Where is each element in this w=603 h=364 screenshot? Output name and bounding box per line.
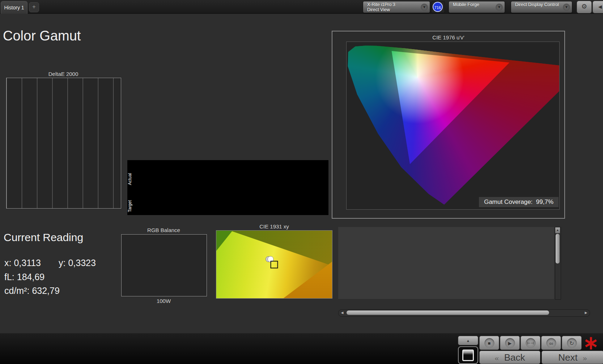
rgb-balance-x-label: 100W [121,298,206,304]
scroll-left-icon[interactable]: ◀ [339,310,345,315]
rgb-balance-chart: RGB Balance 100W [109,227,210,305]
table-horizontal-scrollbar[interactable]: ◀ ▶ [338,309,590,317]
table-vertical-scrollbar[interactable]: ▲ [555,227,561,300]
gamut-coverage-value: 99,7% [536,198,553,205]
cie1976-x-axis [346,210,559,217]
meter-id-frame: 716 [431,1,445,13]
pattern-window-icon [462,350,474,361]
meter-id-badge[interactable]: 716 [433,2,443,12]
unsaved-indicator-asterisk: ∗ [583,332,599,354]
step-measure-button[interactable]: ⊢⊣ [521,336,540,350]
page-title: Color Gamut [3,28,81,44]
tab-history-1[interactable]: History 1 [1,1,27,14]
collapse-panel-button[interactable]: ◀ [593,1,603,13]
continuous-measure-button[interactable]: ∞ [541,336,561,350]
meter-line1: X-Rite i1Pro 3 [367,2,395,7]
double-chevron-left-icon: « [495,354,499,362]
target-row-label: Target [127,193,133,219]
cie1931-diagram [216,230,332,299]
deltae-chart-title: DeltaE 2000 [6,71,120,77]
cie1976-panel: CIE 1976 u'v' Gamut Coverage: 99,7% [332,31,565,219]
reading-y: y: 0,3323 [59,258,96,268]
top-bar: History 1 + X-Rite i1Pro 3Direct View ▼ … [0,0,603,14]
cie1931-panel: CIE 1931 xy [216,223,332,299]
display-control-status-stripe [512,2,513,12]
meter-status-stripe [364,2,365,12]
app-window: History 1 + X-Rite i1Pro 3Direct View ▼ … [0,0,603,364]
chevron-up-icon: ▲ [466,339,470,343]
double-chevron-right-icon: » [583,354,587,362]
display-control-dropdown[interactable]: Direct Display Control ▼ [511,1,572,13]
pattern-window-button[interactable] [458,346,478,364]
cie1931-title: CIE 1931 xy [216,223,332,230]
actual-row-label: Actual [127,165,133,193]
chevron-down-icon[interactable]: ▼ [421,4,428,11]
step-measure-icon: ⊢⊣ [526,338,535,348]
settings-gear-button[interactable]: ⚙ [577,1,592,13]
meter-line2: Direct View [367,7,390,12]
stop-button[interactable]: ■ [479,336,499,350]
chevron-down-icon[interactable]: ▼ [496,4,503,11]
display-control-label: Direct Display Control [515,2,559,7]
horizontal-scroll-thumb[interactable] [347,311,549,315]
meter-dropdown[interactable]: X-Rite i1Pro 3Direct View ▼ [363,1,430,13]
scroll-right-icon[interactable]: ▶ [583,310,589,315]
vertical-scroll-thumb[interactable] [556,234,560,264]
play-icon: ▶ [505,338,515,348]
play-button[interactable]: ▶ [500,336,520,350]
cie1976-y-axis [332,42,345,209]
source-label: Mobile Forge [453,2,479,7]
deltae-chart [6,78,121,209]
refresh-button[interactable]: ↻ [562,336,582,350]
current-reading-heading: Current Reading [4,231,83,244]
cie1976-title: CIE 1976 u'v' [332,34,564,40]
deltae-x-axis [6,209,120,214]
scroll-up-icon[interactable]: ▲ [555,227,560,233]
pattern-window-up-button[interactable]: ▲ [458,336,478,345]
source-dropdown[interactable]: Mobile Forge ▼ [449,1,505,13]
back-button[interactable]: « Back [479,351,540,364]
measurement-table [338,227,554,299]
chevron-left-icon: ◀ [598,4,602,9]
source-status-stripe [450,2,451,12]
gamut-coverage-label: Gamut Coverage: [484,198,532,205]
stop-icon: ■ [484,338,494,348]
refresh-icon: ↻ [567,338,577,348]
infinity-icon: ∞ [546,338,556,348]
gear-icon: ⚙ [581,3,587,10]
cie1976-diagram [346,42,560,210]
reading-cdm2: cd/m²: 632,79 [4,286,60,296]
reading-x: x: 0,3113 [4,258,41,268]
patch-selector-bar: ▲ ■ ▶ ⊢⊣ ∞ ↻ « Back Next » ∗ [0,333,603,364]
white-target-marker [271,261,278,269]
add-tab-button[interactable]: + [29,2,39,12]
rgb-balance-title: RGB Balance [121,227,206,233]
reading-fl: fL: 184,69 [4,272,44,282]
gamut-coverage-readout: Gamut Coverage: 99,7% [479,197,559,207]
chevron-down-icon[interactable]: ▼ [563,4,570,11]
patch-compare-strip: Actual Target [127,160,328,215]
